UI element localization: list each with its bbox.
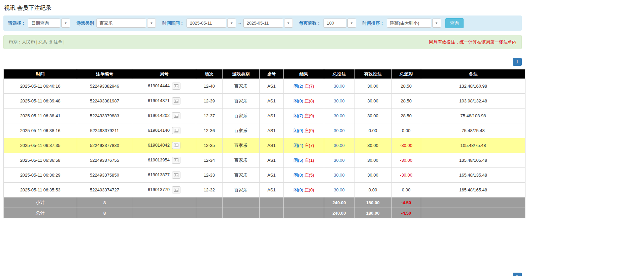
total-count: 8 xyxy=(77,208,132,218)
result-banker: 庄(7) xyxy=(304,84,314,89)
table-row: 2025-05-11 06:40:16 522493382946 6190144… xyxy=(4,79,526,94)
pagination-top: 1 xyxy=(3,58,522,66)
cell-valid-bet: 0.00 xyxy=(354,183,392,197)
game-type-dropdown[interactable]: 百家乐 ▾ xyxy=(96,19,156,28)
cell-time: 2025-05-11 06:38:16 xyxy=(4,123,77,138)
total-bet-link[interactable]: 30.00 xyxy=(334,187,345,192)
page-title: 视讯 会员下注纪录 xyxy=(3,3,522,16)
total-label: 总计 xyxy=(4,208,77,218)
chevron-down-icon[interactable]: ▾ xyxy=(284,19,293,28)
cell-session: 12-36 xyxy=(196,123,223,138)
cell-valid-bet: 30.00 xyxy=(354,94,392,109)
round-no: 619014202 xyxy=(148,113,170,118)
total-bet-link[interactable]: 30.00 xyxy=(334,143,345,148)
result-player: 闲(7) xyxy=(294,113,303,118)
result-player: 闲(4) xyxy=(294,143,303,148)
select-type-dropdown[interactable]: 日期查询 ▾ xyxy=(28,19,70,28)
round-no: 619014371 xyxy=(148,98,170,103)
cell-round-no: 619013877 xyxy=(132,168,196,183)
page-button-1[interactable]: 1 xyxy=(513,273,522,276)
cell-session: 12-37 xyxy=(196,109,223,123)
header-payout: 总派彩 xyxy=(392,69,421,79)
roadmap-image-icon[interactable] xyxy=(172,186,180,193)
date-to-dropdown[interactable]: 2025-05-11 ▾ xyxy=(243,19,293,28)
cell-session: 12-32 xyxy=(196,183,223,197)
total-bet-link[interactable]: 30.00 xyxy=(334,113,345,118)
subtotal-row: 小计 8 240.00 180.00 -4.50 xyxy=(4,197,526,208)
chevron-down-icon[interactable]: ▾ xyxy=(227,19,236,28)
result-player: 闲(0) xyxy=(294,187,303,192)
header-note: 备注 xyxy=(421,69,526,79)
cell-payout: -30.00 xyxy=(392,168,421,183)
roadmap-image-icon[interactable] xyxy=(172,142,180,149)
chevron-down-icon[interactable]: ▾ xyxy=(147,19,156,28)
chevron-down-icon[interactable]: ▾ xyxy=(347,19,356,28)
cell-bet-no: 522493379211 xyxy=(77,123,132,138)
date-to-value[interactable]: 2025-05-11 xyxy=(243,19,283,28)
roadmap-image-icon[interactable] xyxy=(172,83,180,90)
result-banker: 庄(9) xyxy=(304,113,314,118)
page-size-label: 每页笔数： xyxy=(299,20,321,26)
currency-summary: 币别：人民币 | 总共 :8 注单 | xyxy=(9,39,65,45)
cell-result: 闲(8) 庄(5) xyxy=(284,168,324,183)
search-button[interactable]: 查询 xyxy=(445,18,464,28)
cell-game: 百家乐 xyxy=(223,168,260,183)
cell-table-no: AS1 xyxy=(260,153,284,168)
cell-round-no: 619014371 xyxy=(132,94,196,109)
cell-time: 2025-05-11 06:40:16 xyxy=(4,79,77,94)
cell-game: 百家乐 xyxy=(223,138,260,153)
cell-session: 12-39 xyxy=(196,94,223,109)
total-bet-link[interactable]: 30.00 xyxy=(334,158,345,163)
roadmap-image-icon[interactable] xyxy=(172,172,180,179)
page-size-value[interactable]: 100 xyxy=(324,19,346,28)
header-total-bet: 总投注 xyxy=(324,69,354,79)
header-time: 时间 xyxy=(4,69,77,79)
chevron-down-icon[interactable]: ▾ xyxy=(61,19,70,28)
result-player: 闲(5) xyxy=(294,158,303,163)
date-from-dropdown[interactable]: 2025-05-11 ▾ xyxy=(187,19,236,28)
cell-valid-bet: 30.00 xyxy=(354,153,392,168)
game-type-value[interactable]: 百家乐 xyxy=(96,19,146,28)
cell-note: 75.48/103.98 xyxy=(421,109,526,123)
result-player: 闲(8) xyxy=(294,173,303,178)
roadmap-image-icon[interactable] xyxy=(172,112,180,119)
roadmap-image-icon[interactable] xyxy=(172,97,180,104)
cell-table-no: AS1 xyxy=(260,168,284,183)
roadmap-image-icon[interactable] xyxy=(172,157,180,164)
result-banker: 庄(0) xyxy=(304,187,314,192)
select-type-value[interactable]: 日期查询 xyxy=(28,19,60,28)
page-size-dropdown[interactable]: 100 ▾ xyxy=(324,19,356,28)
summary-notice: 同局有效投注，统一计算在该局第一张注单内 xyxy=(429,39,516,45)
cell-round-no: 619013954 xyxy=(132,153,196,168)
cell-total-bet: 30.00 xyxy=(324,123,354,138)
time-sort-value[interactable]: 降冪(由大到小) xyxy=(387,19,431,28)
total-bet-link[interactable]: 30.00 xyxy=(334,84,345,89)
cell-round-no: 619014140 xyxy=(132,123,196,138)
table-row: 2025-05-11 06:38:41 522493379883 6190142… xyxy=(4,109,526,123)
cell-table-no: AS1 xyxy=(260,138,284,153)
cell-note: 103.98/132.48 xyxy=(421,94,526,109)
cell-time: 2025-05-11 06:36:29 xyxy=(4,168,77,183)
cell-payout: 28.50 xyxy=(392,94,421,109)
total-bet-link[interactable]: 30.00 xyxy=(334,128,345,133)
pagination-bottom: 1 xyxy=(3,273,522,276)
round-no: 619013779 xyxy=(148,187,170,192)
time-sort-dropdown[interactable]: 降冪(由大到小) ▾ xyxy=(387,19,441,28)
total-bet-link[interactable]: 30.00 xyxy=(334,173,345,178)
header-valid-bet: 有效投注 xyxy=(354,69,392,79)
subtotal-label: 小计 xyxy=(4,197,77,208)
cell-valid-bet: 30.00 xyxy=(354,79,392,94)
cell-result: 闲(7) 庄(9) xyxy=(284,109,324,123)
cell-time: 2025-05-11 06:38:41 xyxy=(4,109,77,123)
page-button-1[interactable]: 1 xyxy=(513,58,522,66)
table-row: 2025-05-11 06:36:58 522493376755 6190139… xyxy=(4,153,526,168)
result-banker: 庄(5) xyxy=(304,173,314,178)
cell-note: 75.48/75.48 xyxy=(421,123,526,138)
round-no: 619014042 xyxy=(148,143,170,148)
total-bet-link[interactable]: 30.00 xyxy=(334,98,345,103)
roadmap-image-icon[interactable] xyxy=(172,127,180,134)
date-from-value[interactable]: 2025-05-11 xyxy=(187,19,226,28)
chevron-down-icon[interactable]: ▾ xyxy=(432,19,441,28)
cell-valid-bet: 30.00 xyxy=(354,138,392,153)
cell-total-bet: 30.00 xyxy=(324,138,354,153)
